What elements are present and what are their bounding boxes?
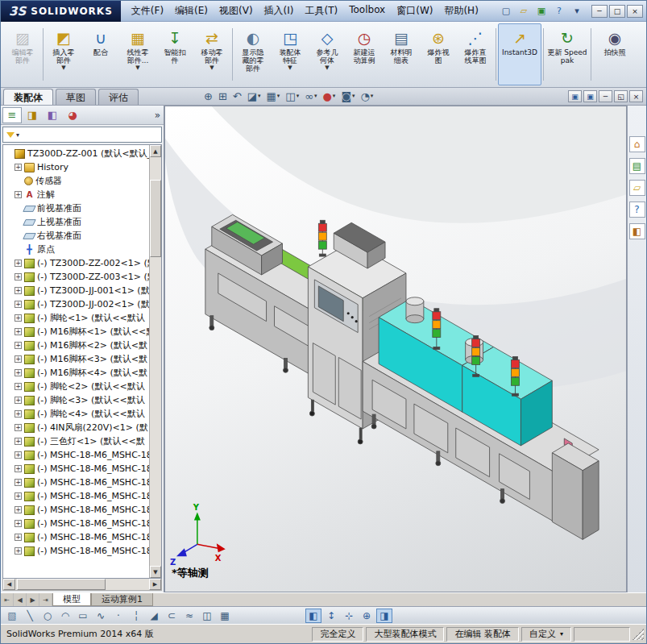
tree-item[interactable]: + (-) MSHC-18-M6_MSHC-18-	[5, 544, 149, 558]
model-tab[interactable]: 模型	[52, 593, 91, 606]
tree-expander[interactable]: +	[15, 287, 22, 294]
tree-item[interactable]: + (-) MSHC-18-M6_MSHC-18-	[5, 503, 149, 517]
new-document-icon[interactable]: ▢	[498, 4, 514, 19]
pan-view-icon[interactable]: ⊹	[341, 609, 357, 623]
tree-item[interactable]: + (-) TZ300D-ZZ-002<1> (默	[5, 256, 149, 270]
rectangle-icon[interactable]: ▭	[75, 609, 91, 623]
tree-item[interactable]: TZ300D-ZZ-001 (默认<默认_	[5, 147, 149, 160]
tree-item[interactable]: + (-) M16脚杯<4> (默认<默	[5, 366, 149, 380]
filter-caret-icon[interactable]: ▾	[16, 131, 19, 139]
sketch-icon[interactable]: ▧	[4, 609, 20, 623]
tree-expander[interactable]: +	[15, 342, 22, 349]
tree-expander[interactable]: +	[15, 465, 22, 472]
tree-item[interactable]: ╋ 原点	[5, 243, 149, 256]
tree-expander[interactable]: +	[15, 492, 22, 500]
apply-scene-icon[interactable]: ◙ ▾	[338, 89, 357, 103]
expand-menu-icon[interactable]: ▾	[569, 4, 585, 19]
spline-icon[interactable]: ∿	[93, 609, 109, 623]
menu-file[interactable]: 文件(F)	[126, 1, 169, 21]
motion-study-tab[interactable]: 运动算例1	[91, 593, 153, 606]
last-tab-button[interactable]: ⇥	[39, 593, 52, 606]
tree-item[interactable]: + (-) 脚轮<2> (默认<<默认	[5, 380, 149, 393]
propertymanager-tab[interactable]: ◨	[23, 107, 42, 123]
status-customize-dropdown[interactable]: 自定义 ▾	[521, 627, 571, 642]
scrollbar-track[interactable]	[150, 157, 161, 566]
filter-funnel-icon[interactable]	[6, 132, 15, 138]
tree-item[interactable]: + (-) TZ300D-JJ-001<1> (默	[5, 284, 149, 297]
signal-tower-light[interactable]	[318, 220, 326, 256]
tree-item[interactable]: + (-) MSHC-18-M6_MSHC-18-	[5, 462, 149, 476]
menu-insert[interactable]: 插入(I)	[259, 1, 300, 21]
featuremanager-tab[interactable]: ≡	[2, 107, 22, 123]
linear-sketch-pattern-icon[interactable]: ▦	[217, 609, 233, 623]
tree-expander[interactable]: +	[15, 369, 22, 376]
scrollbar-thumb[interactable]	[150, 180, 161, 257]
ribbon-show-hidden-components[interactable]: ◐ 显示隐藏的零部件	[234, 23, 272, 85]
circle-icon[interactable]: ○	[39, 609, 56, 623]
view-orientation-icon[interactable]: ▦ ▾	[264, 89, 283, 103]
assembly-3d-model[interactable]	[205, 214, 599, 539]
tree-expander[interactable]: +	[15, 479, 22, 486]
ribbon-insert-component[interactable]: ◩ 插入零部件 ▼	[45, 23, 82, 85]
point-icon[interactable]: ·	[110, 609, 126, 623]
tree-item[interactable]: 传感器	[5, 174, 149, 188]
tree-expander[interactable]: +	[15, 547, 22, 555]
offset-entities-icon[interactable]: ≈	[181, 609, 197, 623]
scroll-right-icon[interactable]: ▶	[149, 579, 161, 590]
tree-item[interactable]: 前视基准面	[5, 202, 149, 215]
scrollbar-track[interactable]	[15, 579, 149, 590]
tree-expander[interactable]: +	[15, 534, 22, 541]
tree-item[interactable]: + A 注解	[5, 188, 149, 202]
configurationmanager-tab[interactable]: ◧	[43, 107, 62, 123]
tree-item[interactable]: 右视基准面	[5, 229, 149, 243]
tree-item[interactable]: + (-) 4IN风扇(220V)<1> (默	[5, 421, 149, 434]
scrollbar-thumb[interactable]	[17, 579, 106, 590]
ribbon-reference-geometry[interactable]: ◇ 参考几何体 ▼	[309, 23, 346, 85]
tree-item[interactable]: + (-) M16脚杯<3> (默认<默	[5, 352, 149, 366]
tree-item[interactable]: + (-) 脚轮<1> (默认<<默认	[5, 311, 149, 325]
ribbon-take-snapshot[interactable]: ◉ 拍快照	[593, 23, 637, 85]
ribbon-instant3d[interactable]: ↗ Instant3D	[498, 23, 541, 85]
tree-item[interactable]: + (-) MSHC-18-M6_MSHC-18-	[5, 448, 149, 462]
menu-help[interactable]: 帮助(H)	[438, 1, 483, 21]
ribbon-mate[interactable]: ∪ 配合	[82, 23, 119, 85]
minimize-button[interactable]: ─	[591, 5, 608, 18]
ribbon-smart-fasteners[interactable]: ↧ 智能扣件	[156, 23, 193, 85]
view-settings-icon[interactable]: ◔ ▾	[359, 89, 376, 103]
open-document-icon[interactable]: ▱	[516, 4, 532, 19]
tree-item[interactable]: 上视基准面	[5, 215, 149, 229]
tree-expander[interactable]: +	[15, 506, 22, 513]
zoom-view-icon[interactable]: ⊕	[359, 609, 375, 623]
ribbon-move-component[interactable]: ⇄ 移动零部件 ▼	[193, 23, 230, 85]
ribbon-update-speedpak[interactable]: ↻ 更新 Speedpak	[545, 23, 589, 85]
first-tab-button[interactable]: ⇤	[1, 593, 14, 606]
menu-edit[interactable]: 编辑(E)	[169, 1, 214, 21]
menu-view[interactable]: 视图(V)	[214, 1, 259, 21]
child-restore-button[interactable]: ◱	[614, 90, 628, 102]
graphics-viewport[interactable]: Y X Z *等轴测	[164, 106, 627, 592]
appearances-icon[interactable]: ◧	[629, 223, 645, 239]
tree-vertical-scrollbar[interactable]: ▲ ▼	[149, 145, 161, 578]
forum-help-icon[interactable]: ?	[629, 202, 645, 218]
edit-appearance-icon[interactable]: ● ▾	[321, 89, 338, 103]
assembly-3d-view[interactable]: Y X Z	[165, 106, 626, 592]
scroll-down-icon[interactable]: ▼	[150, 566, 161, 578]
tree-expander[interactable]: +	[15, 438, 22, 445]
previous-view-icon[interactable]: ↶	[230, 89, 244, 103]
save-document-icon[interactable]: ▣	[533, 4, 550, 19]
section-view-icon[interactable]: ◪ ▾	[245, 89, 263, 103]
zoom-to-fit-icon[interactable]: ⊕	[201, 89, 215, 103]
next-tab-button[interactable]: ▶	[27, 593, 39, 606]
resources-home-icon[interactable]: ⌂	[629, 136, 645, 152]
file-explorer-icon[interactable]: ▱	[629, 180, 645, 196]
design-library-icon[interactable]: ▤	[629, 158, 645, 174]
tree-item[interactable]: + (-) M16脚杯<2> (默认<默	[5, 339, 149, 352]
menu-tools[interactable]: 工具(T)	[300, 1, 344, 21]
panel-expand-chevron-icon[interactable]: »	[155, 110, 160, 121]
tree-expander[interactable]: +	[15, 260, 22, 267]
tree-item[interactable]: + (-) MSHC-18-M6_MSHC-18-	[5, 517, 149, 530]
prev-tab-button[interactable]: ◀	[14, 593, 27, 606]
tree-expander[interactable]: +	[15, 355, 22, 363]
normal-to-icon[interactable]: ◨	[376, 609, 392, 623]
mirror-entities-icon[interactable]: ◫	[199, 609, 215, 623]
